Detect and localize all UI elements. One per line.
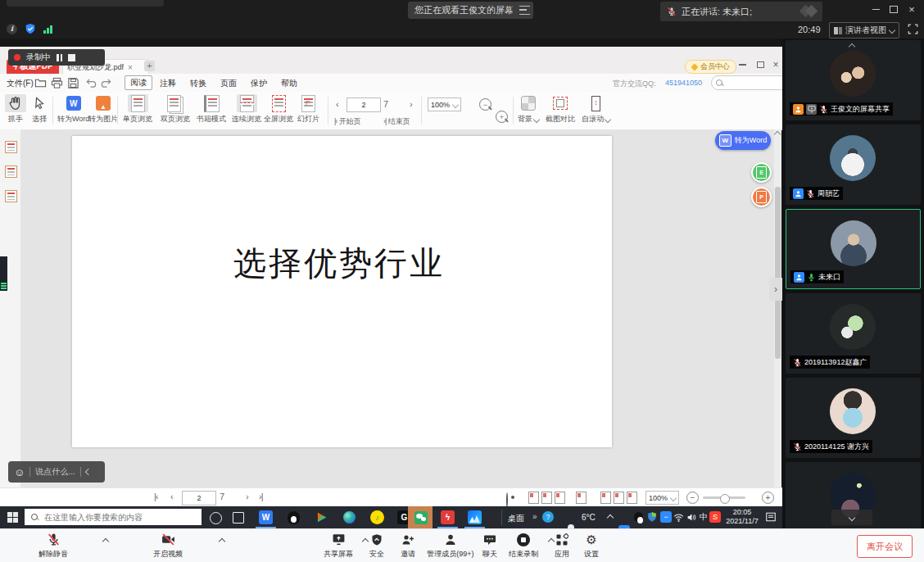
video-options-caret[interactable]: [219, 538, 225, 545]
hand-tool[interactable]: 抓手: [5, 94, 26, 125]
continuous-tool[interactable]: 连续浏览: [232, 94, 261, 125]
participant-tile[interactable]: 周韻艺: [786, 125, 921, 205]
to-word-tool[interactable]: W 转为Word: [57, 94, 89, 125]
scroll-up-button[interactable]: [774, 131, 781, 138]
menu-tab-annotate[interactable]: 注释: [160, 78, 176, 89]
slideshow-tool[interactable]: 幻灯片: [297, 94, 319, 125]
redo-icon[interactable]: [100, 77, 112, 89]
save-icon[interactable]: [67, 77, 79, 89]
pdf-close-button[interactable]: ×: [769, 59, 782, 70]
desktop-toolbar-chevron[interactable]: »: [532, 512, 537, 521]
weather-temp[interactable]: 6°C: [582, 513, 596, 522]
fit-page-mini-button[interactable]: [614, 492, 624, 504]
zoom-in-button[interactable]: +: [496, 111, 508, 123]
wifi-icon[interactable]: [673, 512, 684, 523]
bookmark-panel-button[interactable]: [5, 190, 17, 202]
book-mode-tool[interactable]: 书籍模式: [197, 94, 226, 125]
participant-tile[interactable]: 2020114125 谢方兴: [786, 378, 921, 458]
banner-menu-icon[interactable]: [519, 6, 530, 15]
chat-placeholder[interactable]: 说点什么...: [35, 466, 75, 478]
taskbar-jisu-pdf-icon[interactable]: ϟ: [441, 510, 455, 524]
desktop-toolbar-label[interactable]: 桌面: [508, 513, 524, 524]
menu-tab-convert[interactable]: 转换: [190, 78, 206, 89]
taskbar-clock[interactable]: 20:05 2021/11/7: [722, 508, 762, 527]
collapse-chat-icon[interactable]: [84, 469, 91, 475]
leave-meeting-button[interactable]: 离开会议: [857, 535, 913, 558]
menu-tab-protect[interactable]: 保护: [251, 78, 267, 89]
ime-indicator[interactable]: 中: [698, 511, 709, 523]
taskbar-search[interactable]: [25, 509, 202, 525]
select-tool[interactable]: 选择: [29, 94, 49, 125]
pause-button[interactable]: [57, 54, 62, 61]
qq-number[interactable]: 451941050: [665, 79, 702, 87]
tray-docs-icon[interactable]: −: [660, 511, 672, 523]
fit-width-mini-button[interactable]: [627, 492, 637, 504]
share-screen-button[interactable]: 共享屏幕: [319, 533, 358, 560]
taskbar-tencent-video-icon[interactable]: [315, 510, 328, 524]
tray-sogou-icon[interactable]: S: [709, 511, 721, 523]
task-view-button[interactable]: [233, 512, 244, 523]
manage-members-button[interactable]: 管理成员(99+): [420, 533, 481, 560]
pdf-minimize-button[interactable]: [736, 59, 749, 70]
to-excel-float-button[interactable]: E: [751, 162, 772, 183]
zoom-slider-knob[interactable]: [720, 494, 730, 504]
view-mode-dropdown[interactable]: 演讲者视图: [829, 22, 899, 39]
pdf-restore-button[interactable]: [754, 59, 767, 70]
tab-close-icon[interactable]: ×: [128, 63, 133, 72]
minimize-button[interactable]: [867, 3, 885, 16]
close-button[interactable]: ×: [903, 3, 921, 16]
stop-recording-button[interactable]: 结束录制: [502, 533, 545, 560]
background-tool[interactable]: 背景: [518, 94, 539, 125]
unmute-button[interactable]: 解除静音: [29, 533, 78, 560]
start-button[interactable]: [7, 512, 18, 523]
menu-tab-read[interactable]: 阅读: [125, 75, 152, 90]
menu-tab-page[interactable]: 页面: [220, 78, 237, 89]
participant-tile[interactable]: 未来口: [786, 209, 921, 289]
meeting-security-shield-icon[interactable]: [25, 23, 36, 34]
action-center-button[interactable]: [765, 511, 777, 523]
zoom-select[interactable]: 100%: [428, 97, 461, 111]
sidebar-expand-button[interactable]: ›: [769, 278, 782, 301]
first-page-button[interactable]: [154, 492, 158, 501]
tray-driver-icon[interactable]: ?: [542, 511, 554, 523]
image-panel-button[interactable]: [5, 165, 17, 178]
next-page-button[interactable]: [246, 492, 249, 501]
network-signal-icon[interactable]: [43, 25, 52, 34]
chat-overlay[interactable]: ☺ 说点什么...: [8, 461, 105, 483]
taskbar-tencent-meeting-icon[interactable]: [468, 510, 482, 524]
open-folder-icon[interactable]: [34, 77, 47, 89]
start-video-button[interactable]: 开启视频: [143, 533, 192, 560]
tray-qq-icon[interactable]: [632, 511, 644, 523]
zoom-slider[interactable]: [703, 496, 745, 499]
screenshot-compare-tool[interactable]: 截图对比: [546, 94, 575, 125]
taskbar-edge-icon[interactable]: [342, 510, 356, 524]
to-ppt-float-button[interactable]: P: [751, 187, 772, 207]
taskbar-search-input[interactable]: [43, 512, 185, 523]
taskbar-wps-icon[interactable]: W: [259, 510, 273, 524]
pdf-search-input[interactable]: [725, 78, 777, 88]
last-page-button[interactable]: [259, 492, 263, 501]
more-participants-button[interactable]: [831, 510, 872, 525]
meeting-info-icon[interactable]: i: [7, 24, 17, 34]
volume-icon[interactable]: [686, 512, 697, 523]
prev-page-button[interactable]: [170, 492, 174, 501]
tray-expand-icon[interactable]: [607, 514, 614, 521]
page-number-input[interactable]: [182, 491, 216, 505]
fullscreen-view-tool[interactable]: 全屏浏览: [264, 94, 293, 125]
tray-defender-icon[interactable]: [646, 511, 658, 523]
fullscreen-icon[interactable]: [908, 24, 918, 34]
new-tab-button[interactable]: +: [144, 61, 155, 71]
cortana-button[interactable]: [210, 512, 222, 524]
scrollbar-thumb[interactable]: [775, 187, 781, 359]
double-page-tool[interactable]: 双页浏览: [161, 94, 190, 125]
invite-button[interactable]: 邀请: [396, 533, 420, 560]
next-page-button[interactable]: [410, 99, 413, 109]
participant-tile[interactable]: 王俊文的屏幕共享: [786, 40, 921, 120]
page-number-input[interactable]: [346, 97, 381, 112]
taskbar-wechat-icon[interactable]: [414, 510, 428, 524]
slideshow-mini-button[interactable]: [576, 492, 587, 504]
to-image-tool[interactable]: ▲ 转为图片: [88, 94, 118, 125]
document-area[interactable]: 选择优势行业: [20, 129, 774, 487]
zoom-select[interactable]: 100%: [645, 491, 679, 505]
double-page-mini-button[interactable]: [541, 492, 552, 504]
